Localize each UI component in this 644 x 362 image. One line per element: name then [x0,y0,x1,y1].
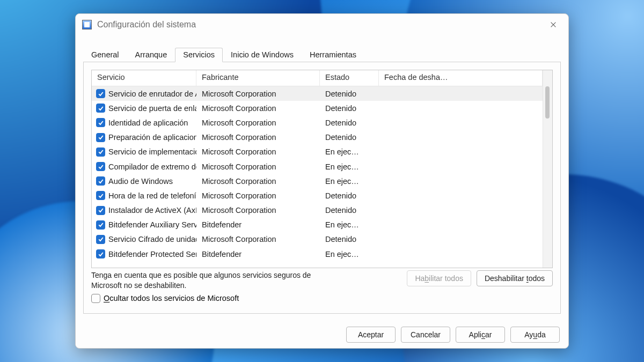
service-checkbox[interactable] [96,89,105,98]
service-manufacturer: Microsoft Corporation [196,147,320,156]
service-name: Preparación de aplicaciones [108,133,196,142]
service-checkbox[interactable] [96,133,105,142]
service-name: Servicio de puerta de enlace de … [108,104,196,113]
apply-button[interactable]: Aplicar [456,327,505,343]
service-checkbox[interactable] [96,191,105,200]
services-list[interactable]: Servicio Fabricante Estado Fecha de desh… [91,70,553,268]
col-service[interactable]: Servicio [92,70,196,86]
service-name: Servicio de implementación de A… [108,147,196,156]
service-status: En ejec… [320,177,379,186]
table-row[interactable]: Identidad de aplicaciónMicrosoft Corpora… [92,115,543,130]
service-status: Detenido [320,119,379,127]
tab-startup[interactable]: Inicio de Windows [223,47,302,62]
service-name: Audio de Windows [108,177,173,186]
hide-ms-services-checkbox[interactable]: Ocultar todos los servicios de Microsoft [91,294,322,303]
service-manufacturer: Microsoft Corporation [196,162,320,171]
table-row[interactable]: Servicio de implementación de A…Microsof… [92,145,543,159]
service-name: Bitdefender Auxiliary Service [108,220,196,229]
table-row[interactable]: Compilador de extremo de audio…Microsoft… [92,159,543,174]
table-row[interactable]: Instalador de ActiveX (AxInstSV)Microsof… [92,203,543,218]
service-status: Detenido [320,206,379,215]
table-row[interactable]: Hora de la red de telefonía móvilMicroso… [92,188,543,203]
service-status: Detenido [320,104,379,113]
service-name: Servicio de enrutador de AllJoyn [108,90,196,98]
app-icon [82,20,92,29]
service-status: Detenido [320,90,379,98]
window-title: Configuración del sistema [97,20,196,29]
service-manufacturer: Microsoft Corporation [196,104,320,113]
scrollbar-thumb[interactable] [545,86,550,119]
service-name: Hora de la red de telefonía móvil [108,191,196,200]
service-checkbox[interactable] [96,118,105,127]
service-status: Detenido [320,133,379,142]
service-checkbox[interactable] [96,176,105,186]
service-manufacturer: Bitdefender [196,220,320,229]
enable-all-button[interactable]: Habilitar todos [407,270,471,286]
service-manufacturer: Microsoft Corporation [196,119,320,127]
close-icon [550,21,557,28]
tab-general[interactable]: General [83,47,127,62]
table-row[interactable]: Servicio Cifrado de unidad BitLoc…Micros… [92,232,543,247]
titlebar[interactable]: Configuración del sistema [76,14,568,35]
service-manufacturer: Bitdefender [196,250,320,258]
warning-text: Tenga en cuenta que es posible que algun… [91,270,322,291]
accept-button[interactable]: Aceptar [346,327,396,343]
service-name: Compilador de extremo de audio… [108,162,196,171]
msconfig-window: Configuración del sistema General Arranq… [75,13,569,349]
service-checkbox[interactable] [96,162,105,171]
tab-bar: General Arranque Servicios Inicio de Win… [83,47,561,62]
close-button[interactable] [545,16,562,33]
service-manufacturer: Microsoft Corporation [196,133,320,142]
service-checkbox[interactable] [96,206,105,215]
col-status[interactable]: Estado [320,70,379,86]
col-manufacturer[interactable]: Fabricante [196,70,320,86]
checkbox-icon [91,294,100,303]
col-disabled-date[interactable]: Fecha de desha… [379,70,543,86]
service-checkbox[interactable] [96,249,105,258]
table-row[interactable]: Bitdefender Protected ServiceBitdefender… [92,247,543,261]
service-checkbox[interactable] [96,104,105,113]
help-button[interactable]: Ayuda [510,327,560,343]
service-manufacturer: Microsoft Corporation [196,206,320,215]
disable-all-button[interactable]: Deshabilitar todos [477,270,553,286]
service-manufacturer: Microsoft Corporation [196,235,320,243]
service-name: Servicio Cifrado de unidad BitLoc… [108,235,196,243]
service-manufacturer: Microsoft Corporation [196,191,320,200]
tab-services[interactable]: Servicios [175,48,223,62]
cancel-button[interactable]: Cancelar [401,327,450,343]
scrollbar[interactable] [543,70,552,268]
table-row[interactable]: Preparación de aplicacionesMicrosoft Cor… [92,130,543,145]
table-row[interactable]: Servicio de enrutador de AllJoynMicrosof… [92,86,543,101]
service-name: Identidad de aplicación [108,119,188,127]
table-row[interactable]: Servicio de puerta de enlace de …Microso… [92,101,543,115]
services-panel: Servicio Fabricante Estado Fecha de desh… [83,62,561,314]
service-status: En ejec… [320,220,379,229]
service-manufacturer: Microsoft Corporation [196,177,320,186]
service-name: Instalador de ActiveX (AxInstSV) [108,206,196,215]
tab-boot[interactable]: Arranque [127,47,175,62]
service-checkbox[interactable] [96,235,105,244]
table-row[interactable]: Bitdefender Auxiliary ServiceBitdefender… [92,218,543,232]
service-status: En ejec… [320,162,379,171]
table-row[interactable]: Audio de WindowsMicrosoft CorporationEn … [92,174,543,188]
service-status: En ejec… [320,250,379,258]
tab-tools[interactable]: Herramientas [302,47,364,62]
service-status: En ejec… [320,147,379,156]
service-status: Detenido [320,191,379,200]
service-checkbox[interactable] [96,220,105,230]
service-name: Bitdefender Protected Service [108,250,196,258]
service-checkbox[interactable] [96,147,105,157]
service-status: Detenido [320,235,379,243]
service-manufacturer: Microsoft Corporation [196,90,320,98]
column-headers[interactable]: Servicio Fabricante Estado Fecha de desh… [92,70,543,86]
dialog-footer: Aceptar Cancelar Aplicar Ayuda [76,321,568,348]
